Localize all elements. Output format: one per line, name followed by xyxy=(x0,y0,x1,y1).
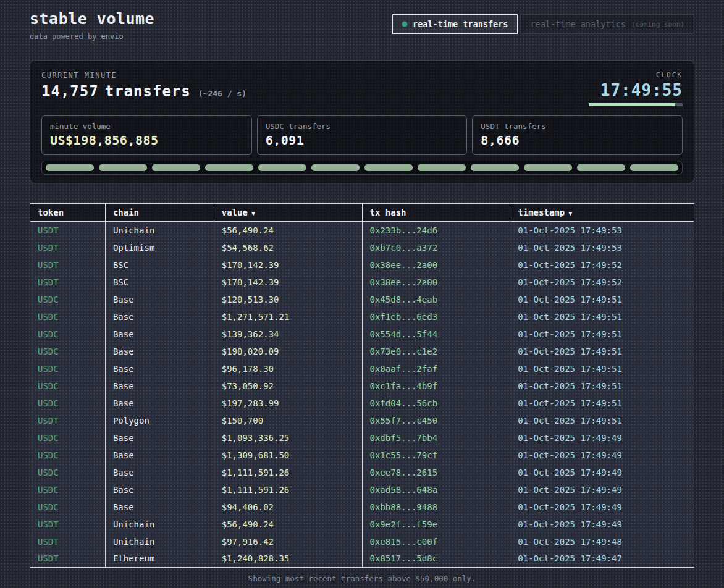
token-cell: USDC xyxy=(30,343,106,360)
minute-segment xyxy=(630,164,678,171)
current-minute-label: CURRENT MINUTE xyxy=(41,71,246,80)
value-cell: $190,020.09 xyxy=(214,343,362,360)
transfers-rate: (~246 / s) xyxy=(198,89,246,98)
tab-label: real-time analytics xyxy=(530,19,625,29)
stat-label: minute volume xyxy=(50,122,243,131)
minute-segment xyxy=(524,164,572,171)
sort-desc-icon: ▼ xyxy=(568,210,572,217)
tx-hash-cell[interactable]: 0xee78...2615 xyxy=(362,464,510,481)
tx-hash-cell[interactable]: 0x9e2f...f59e xyxy=(362,516,510,533)
tx-hash-cell[interactable]: 0x1c55...79cf xyxy=(362,447,510,464)
token-cell: USDC xyxy=(30,395,106,412)
tx-hash-cell[interactable]: 0x0aaf...2faf xyxy=(362,360,510,377)
chain-cell: Base xyxy=(105,429,214,447)
clock-time: 17:49:55 xyxy=(600,81,683,99)
timestamp-cell: 01-Oct-2025 17:49:49 xyxy=(510,516,694,533)
value-cell: $170,142.39 xyxy=(214,256,362,274)
stat-box-usdc-transfers: USDC transfers6,091 xyxy=(257,116,468,155)
value-cell: $56,490.24 xyxy=(214,222,362,239)
minute-segment xyxy=(99,164,147,171)
table-row: USDCBase$1,111,591.260xee78...261501-Oct… xyxy=(30,464,694,481)
page: stable volume data powered by envio real… xyxy=(0,0,724,583)
table-row: USDTPolygon$150,7000x55f7...c45001-Oct-2… xyxy=(30,412,694,429)
tx-hash-cell[interactable]: 0x8517...5d8c xyxy=(362,550,510,568)
timestamp-cell: 01-Oct-2025 17:49:51 xyxy=(510,326,694,343)
tab-real-time-transfers[interactable]: real-time transfers xyxy=(392,14,518,34)
value-cell: $94,406.02 xyxy=(214,498,362,516)
timestamp-cell: 01-Oct-2025 17:49:51 xyxy=(510,343,694,360)
table-row: USDCBase$1,309,681.500x1c55...79cf01-Oct… xyxy=(30,447,694,464)
tx-hash-cell[interactable]: 0x38ee...2a00 xyxy=(362,274,510,291)
tab-bar: real-time transfers real-time analytics … xyxy=(392,14,694,34)
value-cell: $73,050.92 xyxy=(214,377,362,395)
value-cell: $56,490.24 xyxy=(214,516,362,533)
table-row: USDCBase$94,406.020xbb88...948801-Oct-20… xyxy=(30,498,694,516)
token-cell: USDC xyxy=(30,498,106,516)
timestamp-cell: 01-Oct-2025 17:49:51 xyxy=(510,291,694,308)
value-cell: $170,142.39 xyxy=(214,274,362,291)
chain-cell: Ethereum xyxy=(105,550,214,568)
tx-hash-cell[interactable]: 0xad58...648a xyxy=(362,481,510,498)
stat-value: US$198,856,885 xyxy=(50,133,243,148)
footer-note: Showing most recent transfers above $50,… xyxy=(30,574,694,583)
tx-hash-cell[interactable]: 0x38ee...2a00 xyxy=(362,256,510,274)
chain-cell: Base xyxy=(105,464,214,481)
column-header-value[interactable]: value▼ xyxy=(214,204,362,222)
tx-hash-cell[interactable]: 0xe815...c00f xyxy=(362,533,510,550)
subtitle: data powered by envio xyxy=(30,32,154,41)
timestamp-cell: 01-Oct-2025 17:49:47 xyxy=(510,550,694,568)
token-cell: USDC xyxy=(30,464,106,481)
top-bar: stable volume data powered by envio real… xyxy=(30,10,694,41)
token-cell: USDT xyxy=(30,412,106,429)
chain-cell: Base xyxy=(105,377,214,395)
tx-hash-cell[interactable]: 0x45d8...4eab xyxy=(362,291,510,308)
brand: stable volume data powered by envio xyxy=(30,10,154,41)
value-cell: $97,916.42 xyxy=(214,533,362,550)
stat-box-usdt-transfers: USDT transfers8,666 xyxy=(472,116,683,155)
clock-block: CLOCK 17:49:55 xyxy=(589,71,683,106)
minute-segment xyxy=(258,164,306,171)
chain-cell: Unichain xyxy=(105,516,214,533)
clock-label: CLOCK xyxy=(656,71,683,79)
table-row: USDTEthereum$1,240,828.350x8517...5d8c01… xyxy=(30,550,694,568)
table-row: USDCBase$120,513.300x45d8...4eab01-Oct-2… xyxy=(30,291,694,308)
token-cell: USDC xyxy=(30,326,106,343)
minute-segment xyxy=(205,164,253,171)
token-cell: USDT xyxy=(30,256,106,274)
tx-hash-cell[interactable]: 0xb7c0...a372 xyxy=(362,239,510,256)
tab-real-time-analytics[interactable]: real-time analytics (coming soon) xyxy=(520,14,694,34)
tx-hash-cell[interactable]: 0x554d...5f44 xyxy=(362,326,510,343)
table-row: USDTBSC$170,142.390x38ee...2a0001-Oct-20… xyxy=(30,274,694,291)
tx-hash-cell[interactable]: 0xdbf5...7bb4 xyxy=(362,429,510,447)
minute-segment xyxy=(471,164,519,171)
value-cell: $197,283.99 xyxy=(214,395,362,412)
minute-segment xyxy=(152,164,200,171)
timestamp-cell: 01-Oct-2025 17:49:51 xyxy=(510,395,694,412)
tx-hash-cell[interactable]: 0xc1fa...4b9f xyxy=(362,377,510,395)
token-cell: USDC xyxy=(30,291,106,308)
table-row: USDTBSC$170,142.390x38ee...2a0001-Oct-20… xyxy=(30,256,694,274)
value-cell: $1,240,828.35 xyxy=(214,550,362,568)
tx-hash-cell[interactable]: 0x73e0...c1e2 xyxy=(362,343,510,360)
value-cell: $139,362.34 xyxy=(214,326,362,343)
table-row: USDTUnichain$56,490.240x233b...24d601-Oc… xyxy=(30,222,694,239)
value-cell: $1,111,591.26 xyxy=(214,464,362,481)
stats-row: minute volumeUS$198,856,885USDC transfer… xyxy=(41,116,683,155)
tx-hash-cell[interactable]: 0xbb88...9488 xyxy=(362,498,510,516)
token-cell: USDC xyxy=(30,377,106,395)
chain-cell: BSC xyxy=(105,256,214,274)
tx-hash-cell[interactable]: 0x233b...24d6 xyxy=(362,222,510,239)
timestamp-cell: 01-Oct-2025 17:49:52 xyxy=(510,274,694,291)
column-header-timestamp[interactable]: timestamp▼ xyxy=(510,204,694,222)
envio-link[interactable]: envio xyxy=(101,32,124,41)
transfers-count: 14,757 xyxy=(41,83,99,100)
tx-hash-cell[interactable]: 0xf1eb...6ed3 xyxy=(362,308,510,326)
token-cell: USDT xyxy=(30,533,106,550)
clock-progress-bar xyxy=(589,103,683,106)
minute-segment-bar xyxy=(41,161,683,175)
tx-hash-cell[interactable]: 0x55f7...c450 xyxy=(362,412,510,429)
token-cell: USDC xyxy=(30,308,106,326)
tx-hash-cell[interactable]: 0xfd04...56cb xyxy=(362,395,510,412)
chain-cell: Base xyxy=(105,291,214,308)
stat-box-minute-volume: minute volumeUS$198,856,885 xyxy=(41,116,252,155)
